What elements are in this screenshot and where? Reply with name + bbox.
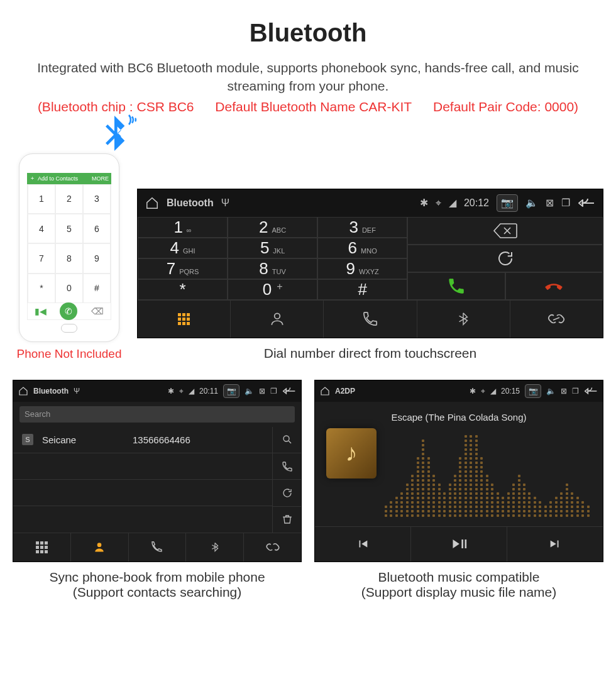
video-call-icon[interactable]: ▮◀: [35, 306, 47, 316]
dial-key-6[interactable]: 6MNO: [317, 238, 407, 258]
music-panel: A2DP ✱ ⌖ ◢ 20:15 📷 🔈 ⊠ ❐ Escape (The Pin…: [314, 380, 603, 562]
recent-apps-icon[interactable]: ❐: [572, 387, 579, 396]
dial-pad: 1∞ 2ABC 3DEF 4GHI 5JKL 6MNO 7PQRS 8TUV 9…: [138, 217, 407, 300]
nav-keypad[interactable]: [13, 533, 71, 562]
dialer-caption: Dial number direct from touchscreen: [137, 346, 603, 361]
back-icon[interactable]: [578, 197, 595, 209]
bluetooth-specs: (Bluetooth chip : CSR BC6 Default Blueto…: [13, 99, 603, 114]
nav-recents[interactable]: [129, 533, 187, 562]
phone-key[interactable]: 4: [28, 214, 55, 243]
dial-key-2[interactable]: 2ABC: [228, 217, 317, 238]
track-title: Escape (The Pina Colada Song): [391, 412, 526, 423]
usb-icon: Ψ: [221, 197, 229, 209]
contact-name: Seicane: [42, 434, 124, 445]
nav-pair[interactable]: [510, 301, 603, 338]
dial-key-8[interactable]: 8TUV: [228, 258, 317, 279]
wifi-icon: ◢: [490, 387, 496, 396]
spec-code: Default Pair Code: 0000): [433, 99, 578, 114]
nav-bluetooth[interactable]: [417, 301, 510, 338]
recent-apps-icon[interactable]: ❐: [270, 387, 277, 396]
prev-track-button[interactable]: [315, 527, 411, 562]
phone-key[interactable]: 3: [83, 184, 111, 214]
svg-point-2: [97, 543, 102, 548]
dial-key-4[interactable]: 4GHI: [138, 238, 228, 258]
home-icon[interactable]: [145, 196, 159, 210]
nav-contacts[interactable]: [71, 533, 129, 562]
contact-initial-badge: S: [22, 434, 33, 445]
delete-icon[interactable]: [273, 507, 301, 533]
sync-icon[interactable]: [273, 480, 301, 506]
contact-row[interactable]: S Seicane 13566664466: [13, 427, 272, 453]
phone-call-icon[interactable]: ✆: [60, 302, 77, 320]
phonebook-statusbar: Bluetooth Ψ ✱ ⌖ ◢ 20:11 📷 🔈 ⊠ ❐: [13, 380, 301, 402]
back-icon[interactable]: [282, 387, 296, 396]
back-icon[interactable]: [584, 387, 598, 396]
dial-key-hash[interactable]: #: [317, 279, 407, 300]
gps-icon: ⌖: [436, 197, 441, 209]
phone-key[interactable]: 8: [55, 243, 83, 273]
svg-point-0: [274, 314, 280, 319]
next-track-button[interactable]: [507, 527, 603, 562]
contact-row-empty: [13, 506, 272, 533]
volume-icon[interactable]: 🔈: [525, 197, 538, 209]
phone-home-button[interactable]: [61, 324, 77, 333]
screenshot-icon[interactable]: 📷: [525, 384, 541, 398]
music-title-label: A2DP: [335, 387, 355, 396]
phone-caption: Phone Not Included: [13, 347, 126, 361]
nav-keypad[interactable]: [138, 301, 231, 338]
redial-button[interactable]: [407, 245, 603, 272]
page-title: Bluetooth: [13, 19, 603, 47]
call-button[interactable]: [407, 272, 505, 300]
dial-key-3[interactable]: 3DEF: [317, 217, 407, 238]
dialer-title: Bluetooth: [167, 197, 214, 209]
screenshot-icon[interactable]: 📷: [497, 194, 518, 212]
phone-topbar-label: Add to Contacts: [38, 175, 78, 182]
phone-key[interactable]: 7: [28, 243, 55, 273]
phone-device-column: ＋ Add to Contacts MORE 1 2 3 4 5 6 7 8 9: [13, 128, 126, 361]
dial-key-7[interactable]: 7PQRS: [138, 258, 228, 279]
gps-icon: ⌖: [179, 387, 184, 396]
phone-key[interactable]: 2: [55, 184, 83, 214]
backspace-button[interactable]: [407, 217, 603, 245]
phone-key[interactable]: 6: [83, 214, 111, 243]
volume-icon[interactable]: 🔈: [245, 387, 254, 396]
contact-sidebar: [272, 427, 301, 533]
usb-icon: Ψ: [74, 387, 80, 396]
volume-icon[interactable]: 🔈: [546, 387, 556, 396]
nav-bluetooth[interactable]: [186, 533, 244, 562]
nav-recents[interactable]: [324, 301, 417, 338]
dial-key-9[interactable]: 9WXYZ: [317, 258, 407, 279]
backspace-icon[interactable]: ⌫: [91, 306, 104, 316]
hangup-button[interactable]: [505, 272, 603, 300]
dial-key-star[interactable]: *: [138, 279, 228, 300]
bluetooth-status-icon: ✱: [420, 197, 428, 209]
svg-point-1: [283, 436, 289, 441]
nav-pair[interactable]: [244, 533, 301, 562]
phone-key[interactable]: 5: [55, 214, 83, 243]
spec-name: Default Bluetooth Name CAR-KIT: [215, 99, 412, 114]
search-icon[interactable]: [273, 427, 301, 453]
contact-number: 13566664466: [133, 434, 190, 445]
play-pause-button[interactable]: [411, 527, 507, 562]
phone-key[interactable]: *: [28, 274, 55, 303]
phone-topbar: ＋ Add to Contacts MORE: [27, 173, 111, 184]
phone-key[interactable]: 9: [83, 243, 111, 273]
recent-apps-icon[interactable]: ❐: [561, 197, 570, 209]
phone-key[interactable]: 0: [55, 274, 83, 303]
dial-key-1[interactable]: 1∞: [138, 217, 228, 238]
dial-key-0[interactable]: 0+: [228, 279, 317, 300]
close-app-icon[interactable]: ⊠: [546, 197, 554, 209]
search-input[interactable]: Search: [19, 406, 295, 423]
phone-key[interactable]: #: [83, 274, 111, 303]
dial-key-5[interactable]: 5JKL: [228, 238, 317, 258]
phone-key[interactable]: 1: [28, 184, 55, 214]
phonebook-title: Bluetooth: [33, 387, 69, 396]
home-icon[interactable]: [320, 386, 330, 396]
bluetooth-signal-icon: [97, 116, 132, 151]
call-icon[interactable]: [273, 453, 301, 480]
home-icon[interactable]: [18, 386, 28, 396]
nav-contacts[interactable]: [231, 301, 324, 338]
close-app-icon[interactable]: ⊠: [561, 387, 567, 396]
close-app-icon[interactable]: ⊠: [259, 387, 265, 396]
screenshot-icon[interactable]: 📷: [223, 384, 239, 398]
